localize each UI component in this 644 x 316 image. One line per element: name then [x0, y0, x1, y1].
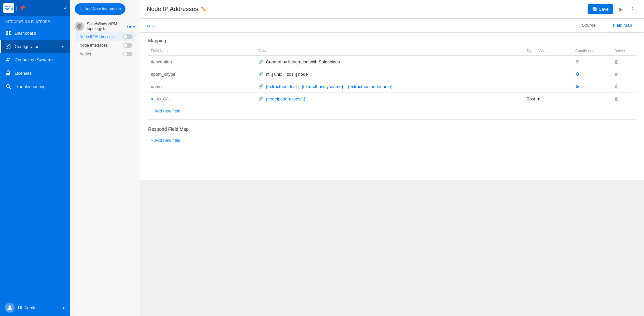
dashboard-icon — [5, 30, 11, 36]
table-row: description 🔗 Created by integration wit… — [148, 56, 636, 68]
logo-text: MICROFOCUS — [5, 5, 13, 10]
sidebar-item-configurator-label: Configurator — [15, 44, 39, 49]
add-integration-button[interactable]: + Add New Integration — [75, 3, 125, 15]
conditions-name: ⚙ — [573, 80, 612, 93]
gear-icon — [5, 43, 11, 49]
table-row: hpom_citype 🔗 nt || unix || zos || node … — [148, 68, 636, 80]
delete-icon[interactable]: 🗑 — [614, 84, 619, 89]
tab-divider — [162, 25, 570, 26]
token-extracthostsysname: {extracthostsysname} — [302, 84, 343, 89]
token-nodeipaddresses: {nodeipaddresses/..} — [266, 96, 306, 101]
gear-icon[interactable]: ⚙ — [575, 71, 580, 77]
post-dropdown[interactable]: Post ▼ — [527, 96, 570, 101]
main-header: Node IP Addresses ✏️ Save ▶ ⋮ — [140, 0, 644, 19]
sidebar-item-configurator[interactable]: Configurator ► — [0, 40, 70, 53]
subitem-node-ip-addresses[interactable]: Node IP Addresses — [75, 32, 135, 41]
integration-avatar: SW — [75, 22, 84, 31]
toggle-node-ip[interactable] — [123, 34, 132, 39]
table-row: ► to_ci/... 🔗 {nodeipaddresses/..} Post — [148, 93, 636, 105]
respond-add-field-link[interactable]: + Add new field — [148, 134, 183, 146]
delete-name: 🗑 — [612, 80, 636, 93]
sep2: || — [344, 84, 346, 89]
type-action-name — [524, 80, 573, 93]
delete-icon[interactable]: 🗑 — [614, 71, 619, 77]
toggle-nodes[interactable] — [123, 52, 132, 56]
pin-icon[interactable]: 📌 — [19, 5, 25, 11]
more-options-button[interactable]: ⋮ — [628, 5, 637, 14]
svg-rect-12 — [594, 10, 596, 11]
sidebar-logo: MICROFOCUS | 📌 — [3, 3, 25, 13]
row-expand-icon[interactable]: ► — [151, 97, 154, 101]
sidebar-item-licenses-label: Licenses — [15, 71, 32, 76]
subitem-node-interfaces-label: Node Interfaces — [79, 43, 108, 48]
logo-box: MICROFOCUS — [3, 3, 14, 13]
edit-icon[interactable]: ✏️ — [201, 7, 207, 12]
middle-panel: + Add New Integration SW SolarWinds NPM … — [70, 0, 140, 316]
add-field-link[interactable]: + Add new field — [148, 105, 183, 117]
page-title-area: Node IP Addresses ✏️ — [147, 6, 207, 13]
link-icon: 🔗 — [258, 59, 263, 64]
sidebar-header: MICROFOCUS | 📌 « — [0, 0, 70, 16]
sidebar: MICROFOCUS | 📌 « INTEGRATION PLATFORM Da… — [0, 0, 70, 316]
post-label: Post — [527, 96, 535, 101]
integration-arrows: ● ▶ ● — [126, 25, 135, 28]
main-content: Node IP Addresses ✏️ Save ▶ ⋮ ci ⌄ Sourc… — [140, 0, 644, 316]
sidebar-nav: Dashboard Configurator ► Connected Syste… — [0, 26, 70, 299]
toggle-node-interfaces[interactable] — [123, 43, 132, 48]
col-value: Value — [256, 47, 524, 56]
save-button[interactable]: Save — [588, 4, 613, 14]
svg-rect-13 — [594, 8, 595, 9]
page-title: Node IP Addresses — [147, 6, 198, 13]
svg-point-4 — [7, 58, 9, 60]
delete-icon[interactable]: 🗑 — [614, 59, 619, 64]
integration-item-header: SW SolarWinds NPM topology t... ● ▶ ● — [75, 22, 135, 31]
subitem-node-interfaces[interactable]: Node Interfaces — [75, 41, 135, 50]
gear-icon[interactable]: ⚙ — [575, 84, 580, 89]
configurator-arrow: ► — [61, 45, 65, 48]
subitem-nodes[interactable]: Nodes — [75, 50, 135, 58]
dropdown-arrow: ▼ — [537, 96, 541, 101]
conditions-description: ⚙ — [573, 56, 612, 68]
respond-field-map-title: Respond Field Map — [148, 126, 636, 132]
respond-section: Respond Field Map + Add new field — [148, 126, 636, 146]
delete-icon[interactable]: 🗑 — [614, 96, 619, 101]
svg-point-5 — [9, 58, 10, 59]
col-type-action: Type of Action — [524, 47, 573, 56]
circle-right-icon: ● — [133, 25, 135, 28]
user-avatar — [5, 303, 15, 313]
sidebar-item-licenses[interactable]: Licenses — [0, 66, 70, 80]
svg-point-9 — [9, 306, 11, 308]
value-hpom-citype: nt || unix || zos || node — [266, 72, 308, 77]
sidebar-item-dashboard[interactable]: Dashboard — [0, 26, 70, 40]
users-icon — [5, 57, 11, 63]
link-icon: 🔗 — [258, 96, 263, 101]
run-button[interactable]: ▶ — [616, 5, 625, 14]
type-action-hpom-citype — [524, 68, 573, 80]
tab-fieldmap[interactable]: Field Map — [608, 19, 637, 32]
type-action-to-ci[interactable]: Post ▼ — [524, 93, 573, 105]
lock-icon — [5, 70, 11, 76]
value-hpom-citype-cell: 🔗 nt || unix || zos || node — [256, 68, 524, 80]
collapse-icon[interactable]: « — [64, 5, 67, 11]
gear-icon[interactable]: ⚙ — [575, 59, 580, 64]
sidebar-item-connected-systems[interactable]: Connected Systems — [0, 53, 70, 66]
delete-to-ci: 🗑 — [612, 93, 636, 105]
sidebar-footer-user-label: Hi, Admin — [18, 305, 37, 310]
sidebar-item-troubleshooting[interactable]: Troubleshooting — [0, 80, 70, 93]
type-action-description — [524, 56, 573, 68]
svg-point-2 — [6, 33, 8, 35]
ci-dropdown[interactable]: ci ⌄ — [147, 19, 155, 32]
svg-point-1 — [9, 31, 11, 33]
pipe-icon: | — [16, 5, 17, 11]
sidebar-item-troubleshooting-label: Troubleshooting — [15, 84, 46, 89]
content-area: Mapping Field Name Value Type of Action … — [140, 33, 644, 180]
integration-item[interactable]: SW SolarWinds NPM topology t... ● ▶ ● No… — [70, 18, 140, 62]
table-row: name 🔗 {extracthostdns} || {extracthosts… — [148, 80, 636, 93]
sidebar-footer[interactable]: Hi, Admin ▲ — [0, 299, 70, 316]
search-icon — [5, 83, 11, 89]
delete-description: 🗑 — [612, 56, 636, 68]
mapping-section-title: Mapping — [148, 38, 636, 43]
value-description-cell: 🔗 Created by integration with Solarwinds — [256, 56, 524, 68]
arrow-right-icon: ▶ — [129, 25, 132, 28]
tab-source[interactable]: Source — [577, 19, 601, 32]
